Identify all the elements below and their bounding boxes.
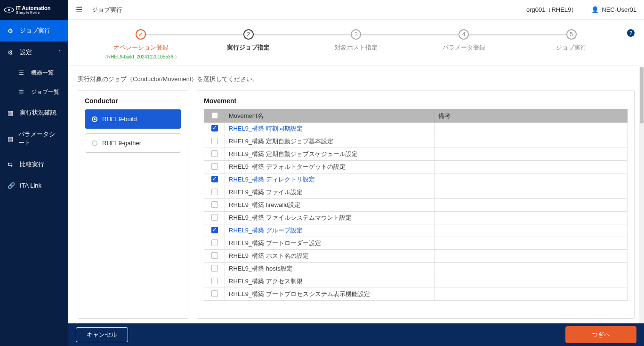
- row-checkbox[interactable]: [211, 227, 218, 233]
- conductor-item[interactable]: RHEL9-gather: [85, 133, 181, 153]
- remarks-cell: [435, 148, 628, 161]
- step-circle: 2: [243, 29, 254, 40]
- row-checkbox[interactable]: [211, 125, 218, 132]
- step-label: 対象ホスト指定: [302, 43, 410, 52]
- sidebar-item-label: ジョブ一覧: [31, 88, 59, 96]
- row-checkbox[interactable]: [211, 189, 218, 195]
- movement-name[interactable]: RHEL9_構築 定期自動ジョブ基本設定: [229, 138, 333, 145]
- chevron-up-icon: ˄: [58, 50, 61, 55]
- next-button[interactable]: つぎへ: [565, 326, 636, 343]
- svg-point-1: [8, 9, 10, 11]
- row-checkbox[interactable]: [211, 150, 218, 157]
- row-checkbox[interactable]: [211, 138, 218, 144]
- logo-main: IT Automation: [16, 6, 51, 11]
- remarks-cell: [435, 135, 628, 148]
- sidebar: IT Automation SimpleMode ⚙ ジョブ実行 ⚙ 設定 ˄ …: [0, 0, 68, 346]
- step-label: 実行ジョブ指定: [195, 43, 303, 52]
- sidebar-item-label: 機器一覧: [31, 69, 54, 77]
- movement-table: Movement名 備考 RHEL9_構築 時刻同期設定 RHEL9_構築 定期…: [204, 109, 628, 301]
- sidebar-item-compare[interactable]: ⇆ 比較実行: [0, 154, 68, 175]
- remarks-cell: [435, 237, 628, 250]
- sidebar-item-status[interactable]: ▦ 実行状況確認: [0, 102, 68, 124]
- remarks-cell: [435, 263, 628, 275]
- conductor-item[interactable]: RHEL9-build: [85, 109, 181, 129]
- logo-sub: SimpleMode: [16, 11, 51, 14]
- step-3: 3 対象ホスト指定: [302, 29, 410, 52]
- help-icon[interactable]: ?: [627, 29, 635, 37]
- table-row: RHEL9_構築 ディレクトリ設定: [204, 173, 628, 186]
- movement-name[interactable]: RHEL9_構築 firewalld設定: [229, 201, 300, 208]
- sidebar-item-ita-link[interactable]: 🔗 ITA Link: [0, 175, 68, 196]
- grid-icon: ▦: [8, 109, 16, 116]
- movement-name[interactable]: RHEL9_構築 アクセス制限: [229, 278, 303, 285]
- topbar: ☰ ジョブ実行 org001（RHEL9） 👤 NEC-User01: [68, 0, 644, 20]
- step-indicator: ✓ オペレーション登録 （RHEL9-build_20241120105536 …: [87, 29, 625, 60]
- remarks-cell: [435, 212, 628, 224]
- sidebar-item-label: ジョブ実行: [20, 26, 50, 35]
- row-checkbox[interactable]: [211, 163, 218, 170]
- remarks-cell: [435, 275, 628, 288]
- scrollbar[interactable]: [639, 67, 644, 323]
- row-checkbox[interactable]: [211, 278, 218, 284]
- step-label: ジョブ実行: [517, 43, 625, 52]
- select-all-checkbox[interactable]: [211, 112, 218, 119]
- user-menu[interactable]: 👤 NEC-User01: [591, 6, 636, 13]
- table-row: RHEL9_構築 グループ設定: [204, 224, 628, 237]
- user-name: NEC-User01: [602, 6, 636, 13]
- remarks-cell: [435, 288, 628, 301]
- movement-name[interactable]: RHEL9_構築 デフォルトターゲットの設定: [229, 163, 346, 170]
- movement-name[interactable]: RHEL9_構築 ホスト名の設定: [229, 252, 309, 259]
- sidebar-item-label: 比較実行: [20, 160, 44, 169]
- cancel-button[interactable]: キャンセル: [76, 327, 128, 342]
- row-checkbox[interactable]: [211, 176, 218, 182]
- logo: IT Automation SimpleMode: [0, 0, 68, 20]
- step-1: ✓ オペレーション登録 （RHEL9-build_20241120105536 …: [87, 29, 195, 60]
- movement-name[interactable]: RHEL9_構築 ディレクトリ設定: [229, 176, 315, 183]
- movement-name[interactable]: RHEL9_構築 グループ設定: [229, 227, 303, 234]
- remarks-cell: [435, 224, 628, 237]
- remarks-cell: [435, 199, 628, 212]
- footer: キャンセル つぎへ: [68, 323, 644, 346]
- remarks-cell: [435, 123, 628, 135]
- scrollbar-thumb[interactable]: [640, 67, 644, 124]
- remarks-cell: [435, 173, 628, 186]
- row-checkbox[interactable]: [211, 201, 218, 208]
- movement-name[interactable]: RHEL9_構築 ファイルシステムマウント設定: [229, 214, 352, 221]
- table-row: RHEL9_構築 ブートプロセスシステム表示機能設定: [204, 288, 628, 301]
- conductor-panel: Conductor RHEL9-buildRHEL9-gather: [78, 90, 188, 319]
- step-label: パラメータ登録: [410, 43, 518, 52]
- conductor-label: RHEL9-build: [102, 115, 137, 123]
- row-checkbox[interactable]: [211, 290, 218, 297]
- radio-icon: [92, 140, 97, 146]
- table-row: RHEL9_構築 アクセス制限: [204, 275, 628, 288]
- movement-name[interactable]: RHEL9_構築 ブートローダー設定: [229, 239, 321, 247]
- row-checkbox[interactable]: [211, 239, 218, 246]
- table-row: RHEL9_構築 時刻同期設定: [204, 123, 628, 135]
- document-icon: ▤: [8, 135, 15, 142]
- step-2: 2 実行ジョブ指定: [195, 29, 303, 52]
- table-row: RHEL9_構築 ブートローダー設定: [204, 237, 628, 250]
- step-circle: 4: [459, 29, 469, 40]
- row-checkbox[interactable]: [211, 214, 218, 221]
- movement-name[interactable]: RHEL9_構築 hosts設定: [229, 265, 293, 272]
- sidebar-item-jobs[interactable]: ☰ ジョブ一覧: [15, 82, 68, 102]
- list-icon: ☰: [19, 89, 27, 96]
- sidebar-item-job-exec[interactable]: ⚙ ジョブ実行: [0, 20, 68, 41]
- link-icon: 🔗: [8, 182, 16, 189]
- gear-icon: ⚙: [8, 49, 16, 56]
- hamburger-icon[interactable]: ☰: [76, 5, 82, 14]
- sidebar-item-settings[interactable]: ⚙ 設定 ˄: [0, 41, 68, 63]
- sidebar-item-param-sheet[interactable]: ▤ パラメータシート: [0, 124, 68, 154]
- movement-name[interactable]: RHEL9_構築 ブートプロセスシステム表示機能設定: [229, 290, 370, 297]
- table-row: RHEL9_構築 ファイルシステムマウント設定: [204, 212, 628, 224]
- movement-name[interactable]: RHEL9_構築 定期自動ジョブスケジュール設定: [229, 150, 358, 157]
- movement-name[interactable]: RHEL9_構築 ファイル設定: [229, 189, 303, 196]
- row-checkbox[interactable]: [211, 265, 218, 272]
- table-row: RHEL9_構築 ホスト名の設定: [204, 250, 628, 263]
- movement-name[interactable]: RHEL9_構築 時刻同期設定: [229, 125, 303, 132]
- sidebar-item-devices[interactable]: ☰ 機器一覧: [15, 63, 68, 82]
- row-checkbox[interactable]: [211, 252, 218, 259]
- gear-icon: ⚙: [8, 27, 16, 34]
- remarks-cell: [435, 186, 628, 199]
- movement-panel: Movement Movement名 備考 RHEL9_構築 時刻同期設定 RH…: [197, 90, 635, 319]
